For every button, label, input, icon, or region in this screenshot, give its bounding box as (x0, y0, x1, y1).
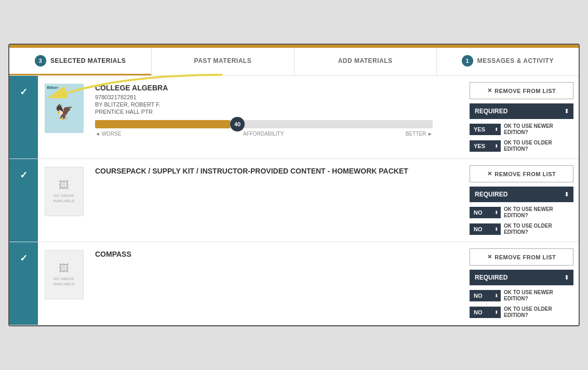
tab-add-materials[interactable]: ADD MATERIALS (295, 48, 436, 75)
book-info-col-2: COURSEPACK / SUPPLY KIT / INSTRUCTOR-PRO… (90, 159, 464, 242)
remove-button-label-1: REMOVE FROM LIST (495, 88, 556, 94)
bird-decoration: 🦅 (55, 103, 73, 121)
affordability-fill-1 (95, 120, 230, 128)
image-placeholder-icon-3: 🖼 (59, 262, 69, 274)
remove-button-label-3: REMOVE FROM LIST (495, 254, 556, 260)
check-icon-3: ✓ (20, 253, 28, 264)
tab-messages-activity-label: MESSAGES & ACTIVITY (477, 57, 554, 64)
affordability-center-label: AFFORDABILITY (243, 131, 284, 137)
newer-edition-row-2: NO YES OK TO USE NEWER EDITION? (470, 206, 573, 219)
newer-edition-select-wrapper-2: NO YES (470, 207, 501, 218)
affordability-bar-1: 40 ◄ WORSE AFFORDABILITY BETTER ► (95, 120, 433, 137)
affordability-score-1: 40 (230, 117, 245, 131)
remove-x-icon-1: ✕ (487, 87, 492, 94)
newer-edition-label-3: OK TO USE NEWER EDITION? (504, 289, 573, 302)
no-image-text-3: NO IMAGEAVAILABLE (53, 276, 75, 286)
required-select-1[interactable]: REQUIRED RECOMMENDED OPTIONAL (470, 103, 573, 119)
table-row: ✓ 🖼 NO IMAGEAVAILABLE COURSEPACK / SUPPL… (9, 159, 579, 242)
check-col-1: ✓ (9, 76, 38, 158)
tab-past-materials-label: PAST MATERIALS (194, 57, 252, 64)
book-image-col-2: 🖼 NO IMAGEAVAILABLE (38, 159, 90, 242)
older-edition-select-3[interactable]: NO YES (470, 307, 501, 318)
book-title-2: COURSEPACK / SUPPLY KIT / INSTRUCTOR-PRO… (95, 167, 459, 175)
actions-col-1: ✕ REMOVE FROM LIST REQUIRED RECOMMENDED … (464, 76, 579, 158)
remove-button-3[interactable]: ✕ REMOVE FROM LIST (470, 248, 573, 266)
table-row: ✓ 🖼 NO IMAGEAVAILABLE COMPASS ✕ REMOVE F… (9, 242, 579, 325)
actions-col-2: ✕ REMOVE FROM LIST REQUIRED RECOMMENDED … (464, 159, 579, 242)
no-image-text-2: NO IMAGEAVAILABLE (53, 193, 75, 203)
newer-edition-label-2: OK TO USE NEWER EDITION? (504, 206, 573, 219)
selected-materials-badge: 3 (35, 55, 46, 67)
older-edition-label-3: OK TO USE OLDER EDITION? (504, 306, 573, 319)
affordability-worse-label: ◄ WORSE (95, 131, 121, 137)
newer-edition-select-2[interactable]: NO YES (470, 207, 501, 218)
required-select-wrapper-1: REQUIRED RECOMMENDED OPTIONAL (470, 103, 573, 119)
older-edition-row-1: YES NO OK TO USE OLDER EDITION? (470, 140, 573, 152)
book-image-col-3: 🖼 NO IMAGEAVAILABLE (38, 242, 90, 325)
older-edition-label-2: OK TO USE OLDER EDITION? (504, 223, 573, 235)
app-container: 3 SELECTED MATERIALS PAST MATERIALS ADD … (8, 44, 580, 326)
tab-nav: 3 SELECTED MATERIALS PAST MATERIALS ADD … (9, 48, 579, 76)
book-info-col-3: COMPASS (90, 242, 464, 325)
book-isbn-1: 9780321782281 (95, 94, 459, 100)
older-edition-row-2: NO YES OK TO USE OLDER EDITION? (470, 223, 573, 235)
book-info-col-1: COLLEGE ALGEBRA 9780321782281 BY BLITZER… (90, 76, 464, 158)
older-edition-select-wrapper-1: YES NO (470, 140, 501, 152)
book-image-col-1: Blitzer 🦅 (38, 76, 90, 158)
book-author-1: BY BLITZER, ROBERT F. (95, 101, 459, 108)
book-title-3: COMPASS (95, 250, 459, 258)
affordability-labels-1: ◄ WORSE AFFORDABILITY BETTER ► (95, 131, 433, 137)
required-select-wrapper-2: REQUIRED RECOMMENDED OPTIONAL (470, 187, 573, 202)
newer-edition-select-3[interactable]: NO YES (470, 290, 501, 301)
newer-edition-row-1: YES NO OK TO USE NEWER EDITION? (470, 123, 573, 136)
materials-list: ✓ Blitzer 🦅 COLLEGE ALGEBRA 978032178228… (9, 76, 579, 325)
tab-selected-materials[interactable]: 3 SELECTED MATERIALS (9, 48, 151, 75)
no-image-2: 🖼 NO IMAGEAVAILABLE (45, 167, 84, 216)
image-placeholder-icon-2: 🖼 (59, 179, 69, 191)
older-edition-select-2[interactable]: NO YES (470, 223, 501, 235)
no-image-3: 🖼 NO IMAGEAVAILABLE (45, 250, 84, 299)
check-col-2: ✓ (9, 159, 38, 242)
tab-past-materials[interactable]: PAST MATERIALS (152, 48, 293, 75)
remove-button-2[interactable]: ✕ REMOVE FROM LIST (470, 165, 573, 182)
newer-edition-select-wrapper-1: YES NO (470, 124, 501, 135)
remove-button-1[interactable]: ✕ REMOVE FROM LIST (470, 82, 573, 99)
affordability-track-1: 40 (95, 120, 433, 128)
book-title-1: COLLEGE ALGEBRA (95, 84, 459, 92)
tab-add-materials-label: ADD MATERIALS (338, 57, 393, 64)
book-cover-1: Blitzer 🦅 (45, 84, 84, 133)
required-select-2[interactable]: REQUIRED RECOMMENDED OPTIONAL (470, 187, 573, 202)
older-edition-select-wrapper-3: NO YES (470, 307, 501, 318)
remove-x-icon-3: ✕ (487, 254, 492, 260)
messages-badge: 1 (462, 55, 473, 67)
tab-selected-materials-label: SELECTED MATERIALS (50, 57, 126, 64)
check-icon-2: ✓ (20, 169, 28, 181)
affordability-better-label: BETTER ► (406, 131, 433, 137)
check-col-3: ✓ (9, 242, 38, 325)
remove-x-icon-2: ✕ (487, 170, 492, 177)
actions-col-3: ✕ REMOVE FROM LIST REQUIRED RECOMMENDED … (464, 242, 579, 325)
remove-button-label-2: REMOVE FROM LIST (495, 171, 556, 177)
newer-edition-row-3: NO YES OK TO USE NEWER EDITION? (470, 289, 573, 302)
required-select-wrapper-3: REQUIRED RECOMMENDED OPTIONAL (470, 270, 573, 285)
tab-messages-activity[interactable]: 1 MESSAGES & ACTIVITY (437, 48, 579, 75)
check-icon-1: ✓ (20, 86, 28, 98)
older-edition-select-wrapper-2: NO YES (470, 223, 501, 235)
newer-edition-select-1[interactable]: YES NO (470, 124, 501, 135)
older-edition-select-1[interactable]: YES NO (470, 140, 501, 152)
table-row: ✓ Blitzer 🦅 COLLEGE ALGEBRA 978032178228… (9, 76, 579, 159)
book-publisher-1: PRENTICE HALL PTR (95, 109, 459, 115)
newer-edition-label-1: OK TO USE NEWER EDITION? (504, 123, 573, 136)
required-select-3[interactable]: REQUIRED RECOMMENDED OPTIONAL (470, 270, 573, 285)
older-edition-row-3: NO YES OK TO USE OLDER EDITION? (470, 306, 573, 319)
newer-edition-select-wrapper-3: NO YES (470, 290, 501, 301)
older-edition-label-1: OK TO USE OLDER EDITION? (504, 140, 573, 152)
